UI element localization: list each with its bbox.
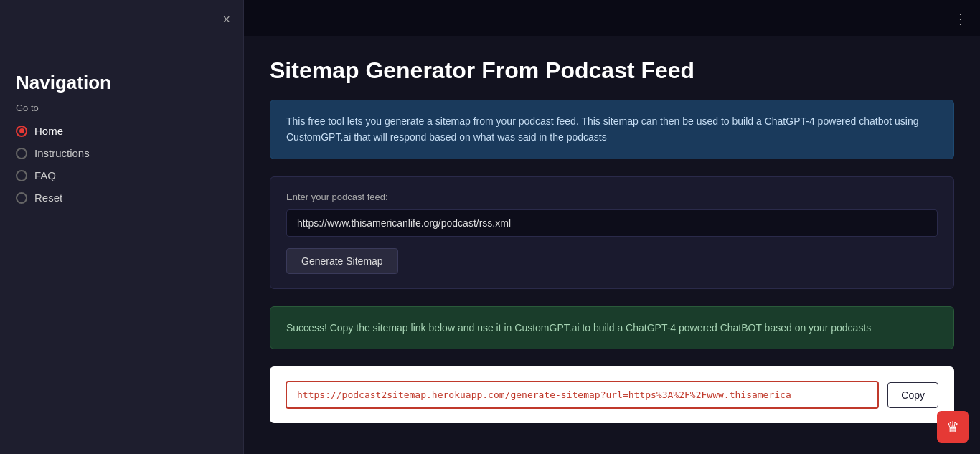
crown-button[interactable]: ♛ [937, 411, 969, 443]
nav-title: Navigation [16, 72, 227, 94]
podcast-feed-input[interactable] [286, 209, 938, 237]
result-section: Copy [270, 366, 954, 423]
copy-button[interactable]: Copy [887, 382, 938, 408]
sidebar-item-faq[interactable]: FAQ [16, 169, 227, 181]
form-section: Enter your podcast feed: Generate Sitema… [270, 176, 954, 289]
main-content: ⋮ Sitemap Generator From Podcast Feed Th… [244, 0, 980, 454]
sidebar-item-home-label: Home [34, 125, 63, 137]
radio-inner-faq [19, 173, 24, 178]
content-area: Sitemap Generator From Podcast Feed This… [244, 36, 980, 452]
radio-instructions [16, 148, 27, 159]
info-box: This free tool lets you generate a sitem… [270, 100, 954, 159]
sidebar-item-reset-label: Reset [34, 191, 62, 204]
radio-home [16, 126, 27, 137]
crown-icon: ♛ [946, 418, 959, 435]
form-label: Enter your podcast feed: [286, 191, 938, 202]
radio-reset [16, 192, 27, 204]
generate-sitemap-button[interactable]: Generate Sitemap [286, 248, 398, 274]
result-url-input[interactable] [286, 381, 879, 409]
sidebar-item-faq-label: FAQ [34, 169, 56, 181]
radio-inner-instructions [19, 151, 24, 156]
sidebar-item-reset[interactable]: Reset [16, 191, 227, 204]
nav-items: Home Instructions FAQ Reset [16, 125, 227, 204]
radio-inner-reset [19, 195, 24, 200]
three-dots-icon[interactable]: ⋮ [953, 10, 969, 27]
radio-inner-home [19, 128, 24, 133]
sidebar-item-instructions[interactable]: Instructions [16, 147, 227, 159]
sidebar-item-instructions-label: Instructions [34, 147, 90, 159]
success-box: Success! Copy the sitemap link below and… [270, 306, 954, 349]
radio-faq [16, 170, 27, 181]
sidebar: × Navigation Go to Home Instructions FAQ [0, 0, 244, 454]
close-button[interactable]: × [222, 13, 230, 26]
top-bar [244, 0, 980, 36]
success-text: Success! Copy the sitemap link below and… [286, 322, 871, 334]
info-text: This free tool lets you generate a sitem… [286, 115, 918, 143]
sidebar-item-home[interactable]: Home [16, 125, 227, 137]
page-title: Sitemap Generator From Podcast Feed [270, 57, 954, 84]
goto-label: Go to [16, 103, 227, 113]
